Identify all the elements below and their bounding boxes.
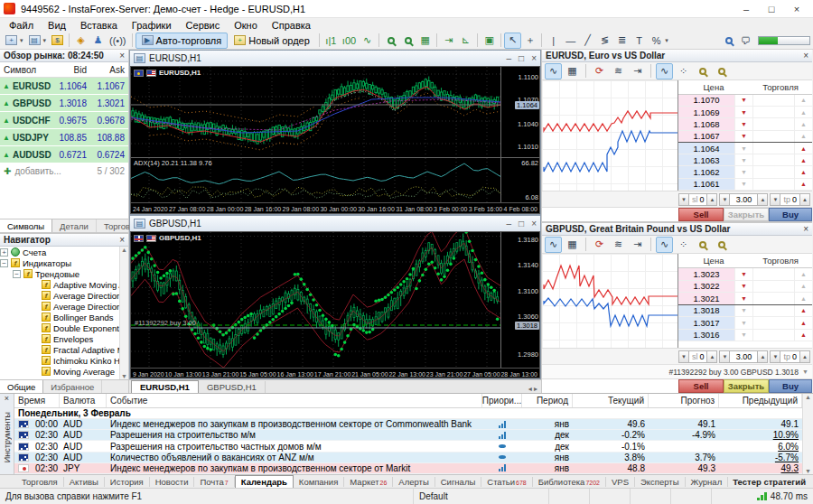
sl-stepper[interactable]: ▼sl0▲: [678, 350, 718, 363]
text-label-icon[interactable]: T: [631, 33, 648, 49]
ladder-sell-row[interactable]: 1.3022▼▲: [678, 281, 812, 294]
buy-button[interactable]: Buy: [769, 208, 812, 221]
tab-market[interactable]: Маркет26: [344, 477, 393, 487]
ladder-buy-row[interactable]: 1.1064▼▲: [678, 143, 812, 154]
symbol-row-usdchf[interactable]: ▲USDCHF 0.96750.9678: [0, 112, 128, 129]
menu-help[interactable]: Справка: [265, 20, 318, 31]
tree-item-indicator[interactable]: fDouble Exponential: [0, 322, 128, 333]
buy-step-icon[interactable]: ▲: [794, 118, 812, 129]
community-icon[interactable]: ♟: [89, 33, 107, 49]
tree-item-accounts[interactable]: +Счета: [0, 247, 128, 257]
sell-step-icon[interactable]: ▼: [734, 281, 752, 293]
close-button[interactable]: ×: [784, 4, 809, 14]
menu-tools[interactable]: Сервис: [179, 20, 228, 31]
tab-company[interactable]: Компания: [294, 477, 344, 487]
symbol-row-audusd[interactable]: ▲AUDUSD 0.67210.6724: [0, 146, 128, 163]
col-period[interactable]: Период: [522, 394, 573, 407]
sell-step-icon[interactable]: ▼: [734, 305, 752, 317]
buy-step-icon[interactable]: ▲: [794, 179, 812, 190]
minimize-button[interactable]: –: [734, 4, 759, 14]
tab-alerts[interactable]: Алерты: [393, 477, 435, 487]
calendar-row[interactable]: 00:00 AUD Индекс менеджеров по закупкам …: [14, 419, 802, 430]
dom-close-icon[interactable]: ×: [803, 51, 808, 61]
ladder-sell-row[interactable]: 1.3021▼▲: [678, 293, 812, 305]
calendar-scrollbar[interactable]: ▲▼: [802, 394, 813, 474]
chart-tab-scroll-right-icon[interactable]: ▸: [534, 385, 537, 393]
tick-chart-mode-icon[interactable]: ∿: [545, 237, 562, 253]
tab-journal[interactable]: Журнал: [686, 477, 729, 487]
symbol-row-eurusd[interactable]: ▲EURUSD 1.10641.1067: [0, 78, 128, 95]
zoom-out-icon[interactable]: [399, 33, 416, 49]
ladder-buy-row[interactable]: 1.1062▼▲: [678, 166, 812, 178]
chart-maximize-icon[interactable]: □: [519, 219, 524, 229]
auto-scroll-icon[interactable]: ⊾: [457, 33, 474, 49]
candles-chart-icon[interactable]: ı00: [340, 33, 359, 49]
close-position-button[interactable]: Закрыть: [724, 379, 769, 393]
tab-articles[interactable]: Статьи678: [481, 477, 532, 487]
buy-step-icon[interactable]: ▲: [794, 107, 812, 117]
market-watch-close-icon[interactable]: ×: [119, 51, 125, 61]
col-priority[interactable]: Приори...: [482, 394, 522, 407]
menu-charts[interactable]: Графики: [125, 20, 179, 31]
ladder-buy-row[interactable]: 1.3017▼▲: [678, 317, 812, 330]
chart-minimize-icon[interactable]: –: [507, 219, 512, 229]
tick-line-icon[interactable]: ∿: [656, 63, 673, 79]
tree-item-trend[interactable]: −fТрендовые: [0, 268, 128, 279]
tick-group-icon[interactable]: ⁘: [675, 237, 692, 253]
chat-icon[interactable]: 🗩: [737, 33, 754, 49]
tab-symbols[interactable]: Символы: [0, 219, 52, 232]
depth-of-market-icon[interactable]: ▦: [564, 237, 581, 253]
tab-news[interactable]: Новости: [150, 477, 195, 487]
chevron-down-icon[interactable]: ▼: [802, 369, 808, 375]
depth-of-market-icon[interactable]: ▦: [564, 63, 581, 79]
eurusd-chart-titlebar[interactable]: ▤ EURUSD,H1 –□×: [130, 51, 540, 66]
col-currency[interactable]: Валюта: [60, 394, 107, 407]
symbol-row-gbpusd[interactable]: ▲GBPUSD 1.30181.3021: [0, 95, 128, 112]
menu-file[interactable]: Файл: [2, 20, 41, 31]
sell-step-icon[interactable]: ▼: [734, 179, 752, 190]
tree-item-indicator[interactable]: fFractal Adaptive Mo: [0, 344, 128, 355]
col-symbol[interactable]: Символ: [0, 65, 52, 75]
tab-details[interactable]: Детали: [52, 219, 97, 232]
sell-step-icon[interactable]: ▼: [734, 107, 752, 117]
status-profile[interactable]: Default: [414, 489, 549, 504]
sell-step-icon[interactable]: ▼: [734, 166, 752, 177]
tab-signals[interactable]: Сигналы: [435, 477, 482, 487]
ladder-buy-row[interactable]: 1.1063▼▲: [678, 154, 812, 166]
tick-group-icon[interactable]: ⁘: [675, 63, 692, 79]
ladder-sell-row[interactable]: 1.1070▼▲: [678, 95, 812, 107]
search-icon[interactable]: [720, 33, 737, 49]
channels-icon[interactable]: ≣: [613, 33, 631, 49]
sl-stepper[interactable]: ▼sl0▲: [678, 193, 718, 206]
dom-zoom-out-icon[interactable]: [713, 63, 730, 79]
dom-zoom-in-icon[interactable]: [694, 63, 711, 79]
maximize-button[interactable]: □: [759, 4, 784, 14]
buy-step-icon[interactable]: ▲: [794, 95, 812, 106]
buy-button[interactable]: Buy: [769, 379, 812, 393]
ladder-buy-row[interactable]: 1.1061▼▲: [678, 179, 812, 191]
tab-common[interactable]: Общие: [0, 380, 43, 393]
sell-step-icon[interactable]: ▼: [734, 118, 752, 129]
chart-tab-gbpusd[interactable]: GBPUSD,H1: [199, 381, 266, 393]
sell-step-icon[interactable]: ▼: [734, 131, 752, 142]
chart-close-icon[interactable]: ×: [531, 219, 537, 229]
status-ping[interactable]: 48.70 ms: [712, 489, 813, 504]
ladder-sell-row[interactable]: 1.1068▼▲: [678, 118, 812, 130]
buy-step-icon[interactable]: ▲: [794, 268, 812, 280]
sell-step-icon[interactable]: ▼: [734, 143, 752, 154]
buy-step-icon[interactable]: ▲: [794, 317, 812, 329]
tab-mail[interactable]: Почта7: [194, 477, 234, 487]
tick-line-icon[interactable]: ∿: [656, 237, 673, 253]
gbpusd-position-row[interactable]: #11392292 buy 3.00 GBPUSD 1.3018 ▼: [542, 364, 812, 378]
sell-step-icon[interactable]: ▼: [734, 317, 752, 329]
ladder-sell-row[interactable]: 1.1067▼▲: [678, 131, 812, 143]
tree-item-indicator[interactable]: fAverage Directional: [0, 290, 128, 301]
sell-step-icon[interactable]: ▼: [734, 330, 752, 341]
accounts-icon[interactable]: $: [49, 33, 66, 49]
buy-step-icon[interactable]: ▲: [794, 330, 812, 341]
chart-tab-eurusd[interactable]: EURUSD,H1: [131, 380, 199, 393]
tab-assets[interactable]: Активы: [64, 477, 105, 487]
tree-item-indicator[interactable]: fMoving Average: [0, 366, 128, 377]
volume-stepper[interactable]: ▼3.00▲: [719, 193, 768, 206]
vertical-line-icon[interactable]: |: [545, 33, 562, 49]
